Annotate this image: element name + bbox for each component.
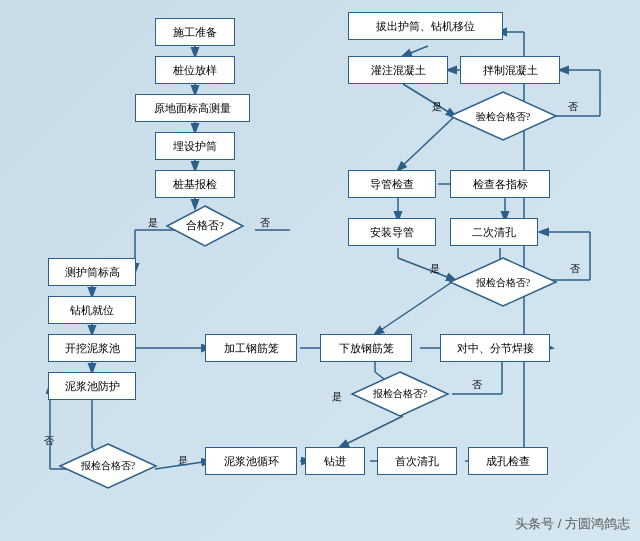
- watermark: 头条号 / 方圆鸿鸽志: [515, 515, 630, 533]
- box-zuanjin: 钻进: [305, 447, 365, 475]
- box-xiafang-gangjinlong: 下放钢筋笼: [320, 334, 412, 362]
- svg-text:否: 否: [570, 263, 580, 274]
- box-nijiangchi-xunhuan: 泥浆池循环: [205, 447, 297, 475]
- svg-text:否: 否: [568, 101, 578, 112]
- box-daoguan-jiancha: 导管检查: [348, 170, 436, 198]
- svg-text:合格否?: 合格否?: [186, 219, 224, 231]
- box-jiagong-gangjinlong: 加工钢筋笼: [205, 334, 297, 362]
- svg-line-49: [375, 280, 455, 334]
- box-yuandi-biaoce: 原地面标高测量: [135, 94, 250, 122]
- box-bachi-yidong: 拔出护筒、钻机移位: [348, 12, 503, 40]
- box-shigong-zhunbei: 施工准备: [155, 18, 235, 46]
- svg-text:报检合格否?: 报检合格否?: [372, 388, 428, 399]
- box-duizhong-hanjie: 对中、分节焊接: [440, 334, 550, 362]
- svg-text:报检合格否?: 报检合格否?: [475, 277, 531, 288]
- svg-text:验检合格否?: 验检合格否?: [476, 111, 531, 122]
- box-kaijue-nijiangchi: 开挖泥浆池: [48, 334, 136, 362]
- svg-text:是: 是: [332, 391, 342, 402]
- box-guanzhu-hundingtu: 灌注混凝土: [348, 56, 448, 84]
- flowchart-container: 是 否 否 是 否 是: [0, 0, 640, 541]
- box-shouciqingkong: 首次清孔: [377, 447, 457, 475]
- svg-line-33: [403, 46, 428, 56]
- box-maishe-hujin: 埋设护筒: [155, 132, 235, 160]
- svg-line-37: [398, 116, 455, 170]
- svg-text:是: 是: [432, 101, 442, 112]
- box-nijiangchi-baohu: 泥浆池防护: [48, 372, 136, 400]
- diamond-baojian-d4: 报检合格否?: [350, 370, 450, 418]
- diamond-yanjian-d2: 验检合格否?: [448, 90, 558, 142]
- diamond-baojian-d5: 报检合格否?: [58, 442, 158, 490]
- box-zuanji-jiuwei: 钻机就位: [48, 296, 136, 324]
- box-banzhi-hundingtu: 拌制混凝土: [460, 56, 560, 84]
- svg-text:是: 是: [430, 263, 440, 274]
- box-chenghong-jiancha: 成孔检查: [468, 447, 548, 475]
- diamond-hege: 合格否?: [165, 204, 245, 248]
- box-zhuangji-baojian: 桩基报检: [155, 170, 235, 198]
- svg-text:报检合格否?: 报检合格否?: [80, 460, 136, 471]
- svg-text:是: 是: [148, 217, 158, 228]
- box-hujin-biaoce: 测护筒标高: [48, 258, 136, 286]
- svg-line-30: [340, 416, 403, 447]
- box-erci-qingkong: 二次清孔: [450, 218, 538, 246]
- svg-text:否: 否: [44, 435, 54, 446]
- box-zhuiwei-fangyang: 桩位放样: [155, 56, 235, 84]
- svg-line-19: [155, 461, 210, 469]
- box-anzhuang-daoguan: 安装导管: [348, 218, 436, 246]
- svg-line-46: [398, 258, 455, 280]
- svg-text:否: 否: [472, 379, 482, 390]
- diamond-baojian-d3: 报检合格否?: [448, 256, 558, 308]
- svg-text:否: 否: [260, 217, 270, 228]
- box-jiancha-gezhib: 检查各指标: [450, 170, 550, 198]
- svg-text:是: 是: [178, 455, 188, 466]
